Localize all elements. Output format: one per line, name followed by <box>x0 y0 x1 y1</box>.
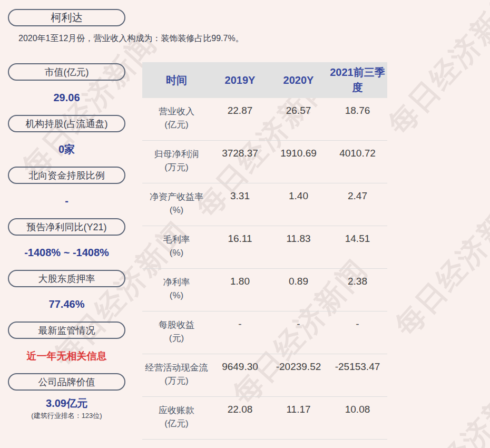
metric-label: 公司品牌价值 <box>38 376 95 388</box>
metric-unit: (万元) <box>145 374 208 387</box>
sidebar-metric-major-shareholder-pledge: 大股东质押率 77.46% <box>8 270 125 322</box>
metric-value: 0家 <box>8 132 125 167</box>
brand-value: 3.09亿元 <box>46 396 87 411</box>
cell-2020: - <box>297 318 300 330</box>
sidebar-metric-market-cap: 市值(亿元) 29.06 <box>8 63 125 115</box>
cell-2021q3: -25153.47 <box>335 361 380 373</box>
metric-name: 净资产收益率 <box>150 190 203 203</box>
cell-2019: 22.87 <box>228 105 253 116</box>
metrics-sidebar: 市值(亿元) 29.06 机构持股(占流通盘) 0家 北向资金持股比例 - 预告… <box>8 63 125 425</box>
table-row-eps: 每股收益 (元) - - - <box>142 311 387 354</box>
cell-2021q3: - <box>356 318 359 330</box>
column-header-time: 时间 <box>166 73 187 88</box>
sidebar-metric-northbound-holding: 北向资金持股比例 - <box>8 167 125 218</box>
metric-label: 大股东质押率 <box>38 272 95 285</box>
cell-2021q3: 2.47 <box>348 190 367 202</box>
metric-label-pill: 大股东质押率 <box>8 270 125 287</box>
watermark-text: 每日经济新闻 <box>380 0 490 143</box>
cell-2019: 3728.37 <box>222 148 258 159</box>
sidebar-metric-institutional-holding: 机构持股(占流通盘) 0家 <box>8 115 125 167</box>
row-label: 经营活动现金流 (万元) <box>145 361 208 387</box>
cell-2021q3: 4010.72 <box>339 148 376 159</box>
cell-2021q3: 18.76 <box>345 105 370 116</box>
watermark-text: 每日经济新闻 <box>392 364 490 448</box>
metric-value: 77.46% <box>8 287 125 322</box>
cell-2021q3: 10.08 <box>345 404 370 415</box>
metric-value: - <box>8 184 125 218</box>
table-row-revenue: 营业收入 (亿元) 22.87 26.57 18.76 <box>142 98 387 141</box>
company-name: 柯利达 <box>51 11 83 25</box>
metric-unit: (%) <box>163 246 190 259</box>
column-header-2020y: 2020Y <box>283 73 314 88</box>
industry-rank-note: (建筑行业排名：123位) <box>31 412 102 420</box>
table-header-row: 时间 2019Y 2020Y 2021前三季度 <box>142 62 387 98</box>
cell-2020: 0.89 <box>289 276 308 287</box>
metric-value: 近一年无相关信息 <box>8 339 125 373</box>
row-label: 营业收入 (亿元) <box>159 105 194 131</box>
revenue-composition-subtitle: 2020年1至12月份，营业收入构成为：装饰装修占比99.7%。 <box>18 33 244 44</box>
row-label: 毛利率 (%) <box>163 233 190 259</box>
cell-2020: 1910.69 <box>280 148 317 159</box>
metric-name: 经营活动现金流 <box>145 361 208 374</box>
cell-2020: 26.57 <box>286 105 311 116</box>
table-row-net-margin: 净利率 (%) 1.80 0.89 2.38 <box>142 269 387 311</box>
row-label: 净资产收益率 (%) <box>150 190 203 217</box>
financial-table: 时间 2019Y 2020Y 2021前三季度 营业收入 (亿元) 22.87 … <box>142 62 387 440</box>
cell-2020: -20239.52 <box>276 361 321 373</box>
cell-2019: 16.11 <box>228 233 252 245</box>
sidebar-metric-regulatory-status: 最新监管情况 近一年无相关信息 <box>8 322 125 373</box>
row-label: 每股收益 (元) <box>159 318 194 345</box>
metric-label: 市值(亿元) <box>45 66 89 79</box>
metric-value: 3.09亿元 (建筑行业排名：123位) <box>8 391 125 425</box>
metric-unit: (亿元) <box>159 417 194 430</box>
metric-label-pill: 机构持股(占流通盘) <box>8 115 125 132</box>
metric-unit: (%) <box>150 203 203 217</box>
column-header-2021q3: 2021前三季度 <box>328 65 387 95</box>
cell-2020: 1.40 <box>289 190 308 202</box>
column-header-2019y: 2019Y <box>225 73 256 88</box>
sidebar-metric-brand-value: 公司品牌价值 3.09亿元 (建筑行业排名：123位) <box>8 373 125 425</box>
metric-name: 每股收益 <box>159 318 194 332</box>
metric-name: 毛利率 <box>163 233 190 246</box>
table-row-gross-margin: 毛利率 (%) 16.11 11.83 14.51 <box>142 226 387 269</box>
metric-name: 净利率 <box>163 276 190 289</box>
cell-2021q3: 2.38 <box>348 276 367 287</box>
cell-2021q3: 14.51 <box>345 233 370 245</box>
metric-unit: (亿元) <box>159 118 194 131</box>
metric-label: 机构持股(占流通盘) <box>26 118 108 130</box>
metric-label-pill: 最新监管情况 <box>8 322 125 339</box>
table-row-accounts-receivable: 应收账款 (亿元) 22.08 11.17 10.08 <box>142 397 387 440</box>
cell-2019: 3.31 <box>230 190 250 202</box>
row-label: 净利率 (%) <box>163 276 190 302</box>
metric-label-pill: 公司品牌价值 <box>8 373 125 391</box>
cell-2020: 11.17 <box>286 404 310 415</box>
metric-unit: (万元) <box>154 161 199 174</box>
metric-label-pill: 北向资金持股比例 <box>8 167 125 184</box>
cell-2019: 1.80 <box>230 276 250 287</box>
cell-2020: 11.83 <box>286 233 310 245</box>
cell-2019: - <box>238 318 241 330</box>
sidebar-metric-forecast-profit-yoy: 预告净利同比(Y21) -1408% ~ -1408% <box>8 218 125 270</box>
company-name-pill: 柯利达 <box>8 9 125 26</box>
metric-value: -1408% ~ -1408% <box>8 236 125 270</box>
watermark-text: 每日经济新闻 <box>387 182 490 345</box>
metric-label-pill: 预告净利同比(Y21) <box>8 218 125 236</box>
metric-unit: (%) <box>163 289 190 302</box>
metric-name: 营业收入 <box>159 105 194 118</box>
metric-name: 归母净利润 <box>154 148 199 161</box>
cell-2019: 22.08 <box>228 404 253 415</box>
metric-label: 预告净利同比(Y21) <box>26 221 106 233</box>
metric-name: 应收账款 <box>159 404 194 417</box>
row-label: 应收账款 (亿元) <box>159 404 194 430</box>
table-row-operating-cashflow: 经营活动现金流 (万元) 9649.30 -20239.52 -25153.47 <box>142 354 387 397</box>
row-label: 归母净利润 (万元) <box>154 148 199 174</box>
table-row-net-profit: 归母净利润 (万元) 3728.37 1910.69 4010.72 <box>142 141 387 183</box>
cell-2019: 9649.30 <box>222 361 258 373</box>
table-row-roe: 净资产收益率 (%) 3.31 1.40 2.47 <box>142 183 387 226</box>
metric-label: 最新监管情况 <box>38 324 95 337</box>
metric-value: 29.06 <box>8 81 125 115</box>
metric-label-pill: 市值(亿元) <box>8 63 125 81</box>
metric-unit: (元) <box>159 332 194 345</box>
metric-label: 北向资金持股比例 <box>29 169 105 182</box>
